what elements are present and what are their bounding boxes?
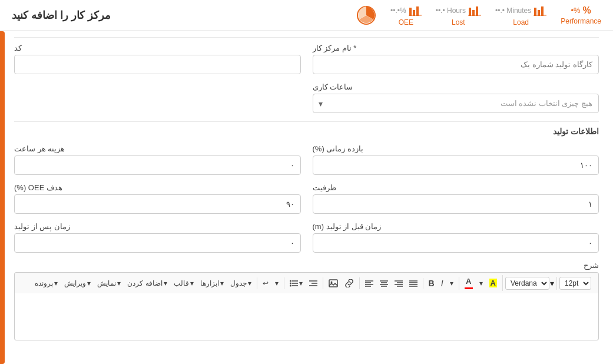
toolbar-justify-btn[interactable] xyxy=(406,278,420,289)
toolbar-font-select[interactable]: Verdana xyxy=(505,277,549,290)
toolbar-format-btn[interactable]: قالب▾ xyxy=(171,277,197,289)
production-info-header: اطلاعات تولید xyxy=(14,121,599,138)
working-hours-select[interactable]: هیچ چیزی انتخاب نشده است xyxy=(313,94,599,113)
rich-toolbar: پرونده▾ ویرایش▾ نمایش▾ اضافه کردن▾ قالب▾… xyxy=(14,272,599,293)
hours-lost-label: Lost xyxy=(452,18,465,27)
capacity-label: ظرفیت xyxy=(313,183,336,192)
left-accent-bar xyxy=(0,31,5,364)
pre-production-time-input[interactable] xyxy=(313,233,599,253)
group-capacity: ظرفیت xyxy=(313,183,599,214)
toolbar-italic-btn[interactable]: I xyxy=(438,277,446,290)
group-work-center-name: * نام مرکز کار xyxy=(313,44,599,74)
group-pre-production-time: زمان قبل از تولید (m) xyxy=(313,222,599,253)
toolbar-list-btn[interactable]: ▾ xyxy=(287,277,306,289)
pie-chart-icon xyxy=(356,5,376,25)
nav-item-performance[interactable]: % %• Performance xyxy=(561,5,601,25)
capacity-input[interactable] xyxy=(313,194,599,214)
hours-lost-value: Hours •.•• xyxy=(436,6,466,15)
align-right-icon xyxy=(395,280,403,287)
oee-target-input[interactable] xyxy=(14,194,301,214)
row-efficiency-cost: بازده زمانی (%) هزینه هر ساعت xyxy=(14,144,599,175)
toolbar-file-btn[interactable]: پرونده▾ xyxy=(32,277,61,289)
toolbar-font-size-dropdown-btn[interactable]: ▾ xyxy=(447,277,456,289)
cost-per-hour-input[interactable] xyxy=(14,155,301,175)
time-efficiency-input[interactable] xyxy=(313,155,599,175)
performance-icon-group: % %• xyxy=(571,5,591,16)
toolbar-edit-btn[interactable]: ویرایش▾ xyxy=(61,277,94,289)
toolbar-group-align xyxy=(362,278,423,289)
work-center-name-input[interactable] xyxy=(313,55,599,74)
nav-item-oee[interactable]: %•.•• OEE xyxy=(390,4,422,27)
toolbar-image-btn[interactable] xyxy=(326,277,341,289)
group-working-hours: ساعات کاری هیچ چیزی انتخاب نشده است ▾ xyxy=(313,82,599,113)
svg-rect-0 xyxy=(534,8,536,16)
toolbar-indent-btn[interactable] xyxy=(306,278,320,289)
bar-chart-icon-oee xyxy=(409,4,422,17)
toolbar-group-menus: پرونده▾ ویرایش▾ نمایش▾ اضافه کردن▾ قالب▾… xyxy=(32,277,257,289)
nav-item-pie[interactable] xyxy=(356,5,376,25)
text-color-bar xyxy=(465,287,473,289)
performance-label: Performance xyxy=(561,17,601,25)
toolbar-align-center-btn[interactable] xyxy=(377,278,391,289)
pre-production-time-label: زمان قبل از تولید (m) xyxy=(313,222,382,231)
align-center-icon xyxy=(380,280,388,287)
group-cost-per-hour: هزینه هر ساعت xyxy=(14,144,301,175)
page-title: مرکز کار را اضافه کنید xyxy=(12,9,111,22)
toolbar-link-btn[interactable] xyxy=(342,277,357,289)
code-input[interactable] xyxy=(14,55,301,74)
oee-icon-group: %•.•• xyxy=(390,4,422,17)
nav-item-minutes-load[interactable]: Minutes •.•• Load xyxy=(495,4,546,27)
working-hours-select-wrapper: هیچ چیزی انتخاب نشده است ▾ xyxy=(313,94,599,113)
post-production-time-input[interactable] xyxy=(14,233,301,253)
toolbar-tools-btn[interactable]: ابزارها▾ xyxy=(197,277,227,289)
working-hours-label: ساعات کاری xyxy=(313,82,353,91)
main-content: * نام مرکز کار کد ساعات کاری هیچ چیزی ان… xyxy=(0,37,613,340)
toolbar-align-left-btn[interactable] xyxy=(362,278,376,289)
svg-rect-8 xyxy=(409,8,412,16)
toolbar-bold-btn[interactable]: B xyxy=(426,277,438,290)
work-center-name-label: * نام مرکز کار xyxy=(313,44,357,52)
bar-chart-icon-load xyxy=(534,4,546,17)
svg-rect-10 xyxy=(416,6,419,16)
toolbar-view-btn[interactable]: نمایش▾ xyxy=(94,277,124,289)
top-divider xyxy=(14,37,599,38)
nav-item-hours-lost[interactable]: Hours •.•• Lost xyxy=(436,4,481,27)
svg-rect-2 xyxy=(541,6,544,16)
toolbar-group-size: 12pt xyxy=(559,277,594,290)
oee-value: %•.•• xyxy=(390,6,406,15)
row-capacity-oee: ظرفیت هدف OEE (%) xyxy=(14,183,599,214)
toolbar-group-font: Verdana ▾ xyxy=(505,277,557,290)
toolbar-undo-btn[interactable]: ↩ xyxy=(260,277,271,289)
row-name-code: * نام مرکز کار کد xyxy=(14,44,599,74)
code-label: کد xyxy=(14,44,22,52)
minutes-load-icon-group: Minutes •.•• xyxy=(495,4,546,17)
description-input[interactable] xyxy=(14,293,599,340)
toolbar-text-color-dropdown-btn[interactable]: ▾ xyxy=(476,277,486,289)
hours-lost-icon-group: Hours •.•• xyxy=(436,4,481,17)
link-icon xyxy=(344,279,354,287)
percent-icon: % xyxy=(583,5,591,16)
minutes-load-label: Load xyxy=(513,18,529,27)
indent-icon xyxy=(309,280,317,287)
group-post-production-time: زمان پس از تولید xyxy=(14,222,301,253)
group-oee-target: هدف OEE (%) xyxy=(14,183,301,214)
toolbar-insert-btn[interactable]: اضافه کردن▾ xyxy=(124,277,170,289)
oee-label: OEE xyxy=(399,18,413,27)
post-production-time-label: زمان پس از تولید xyxy=(14,222,70,231)
toolbar-align-right-btn[interactable] xyxy=(392,278,406,289)
toolbar-text-color-btn[interactable]: A xyxy=(462,275,476,291)
justify-icon xyxy=(409,280,417,287)
svg-point-16 xyxy=(290,280,291,282)
toolbar-size-select[interactable]: 12pt xyxy=(559,277,591,290)
toolbar-highlight-btn[interactable]: A xyxy=(486,277,500,289)
performance-value: %• xyxy=(571,6,580,15)
svg-rect-6 xyxy=(476,6,478,16)
description-label: شرح xyxy=(14,261,599,270)
time-efficiency-label: بازده زمانی (%) xyxy=(313,144,363,153)
toolbar-group-bold-italic: B I ▾ xyxy=(426,277,459,290)
toolbar-table-btn[interactable]: جدول▾ xyxy=(227,277,254,289)
toolbar-group-lists: ▾ xyxy=(287,277,323,289)
nav-items: % %• Performance Minutes •.•• Load xyxy=(111,4,601,27)
row-working-hours: ساعات کاری هیچ چیزی انتخاب نشده است ▾ xyxy=(14,82,599,113)
toolbar-dropdown-btn[interactable]: ▾ xyxy=(272,277,281,289)
